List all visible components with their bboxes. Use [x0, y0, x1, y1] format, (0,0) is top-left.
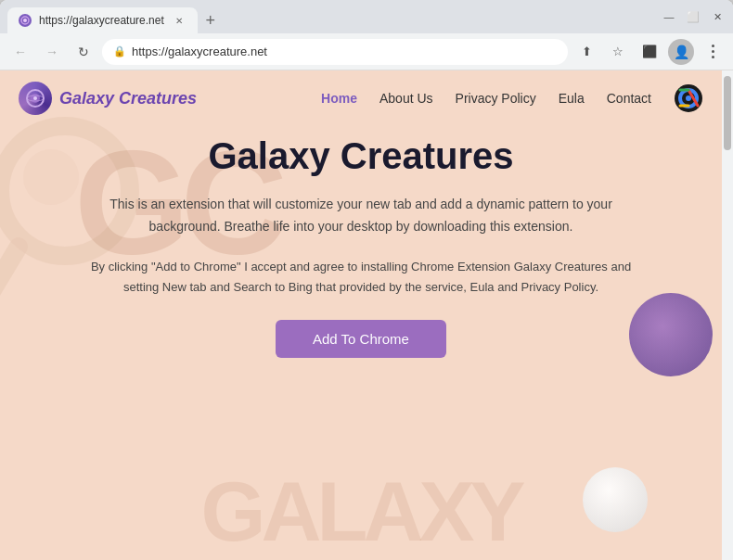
scrollbar-track[interactable]	[722, 70, 733, 560]
logo-text: Galaxy Creatures	[59, 89, 197, 108]
tab-favicon	[19, 14, 32, 27]
nav-links: Home About Us Privacy Policy Eula Contac…	[321, 83, 703, 113]
nav-contact[interactable]: Contact	[607, 91, 651, 106]
url-text: https://galaxycreature.net	[132, 45, 267, 58]
bookmark-button[interactable]: ☆	[605, 39, 631, 65]
title-bar: https://galaxycreature.net ✕ + — ⬜ ✕	[0, 0, 733, 33]
svg-point-1	[23, 19, 27, 22]
hero-title: Galaxy Creatures	[74, 135, 648, 177]
hero-section: Galaxy Creatures This is an extension th…	[0, 126, 722, 376]
hero-description: This is an extension that will customize…	[74, 194, 648, 238]
active-tab[interactable]: https://galaxycreature.net ✕	[7, 7, 198, 33]
site-navigation: Galaxy Creatures Home About Us Privacy P…	[0, 70, 722, 126]
forward-button[interactable]: →	[39, 39, 65, 65]
chrome-icon	[674, 83, 703, 113]
site-logo: Galaxy Creatures	[19, 82, 197, 115]
tab-close-button[interactable]: ✕	[172, 13, 186, 28]
hero-terms: By clicking "Add to Chrome" I accept and…	[74, 257, 648, 298]
tabs-area: https://galaxycreature.net ✕ +	[7, 0, 661, 33]
back-button[interactable]: ←	[7, 39, 33, 65]
profile-button[interactable]: 👤	[668, 39, 694, 65]
content-area: GC GALAXY	[0, 70, 733, 560]
nav-eula[interactable]: Eula	[559, 91, 585, 106]
chrome-menu-button[interactable]	[700, 39, 726, 65]
nav-home[interactable]: Home	[321, 91, 357, 106]
svg-point-12	[686, 95, 691, 101]
svg-point-7	[33, 96, 37, 100]
menu-dot	[712, 50, 714, 53]
window-controls: — ⬜ ✕	[661, 8, 726, 25]
nav-privacy[interactable]: Privacy Policy	[456, 91, 536, 106]
lock-icon: 🔒	[113, 45, 126, 57]
maximize-button[interactable]: ⬜	[685, 8, 701, 25]
add-to-chrome-button[interactable]: Add To Chrome	[276, 320, 446, 358]
website-content: GC GALAXY	[0, 70, 722, 560]
new-tab-button[interactable]: +	[198, 7, 224, 33]
bottom-watermark: GALAXY	[0, 465, 722, 560]
menu-dot	[712, 45, 714, 47]
extension-button[interactable]: ⬛	[637, 39, 662, 65]
url-bar[interactable]: 🔒 https://galaxycreature.net	[102, 39, 568, 65]
logo-icon	[19, 82, 52, 115]
share-button[interactable]: ⬆	[573, 39, 599, 65]
white-circle-decoration	[583, 467, 648, 532]
tab-title: https://galaxycreature.net	[39, 14, 164, 27]
reload-button[interactable]: ↻	[71, 39, 96, 65]
nav-about[interactable]: About Us	[379, 91, 433, 106]
browser-frame: https://galaxycreature.net ✕ + — ⬜ ✕ ← →…	[0, 0, 733, 560]
address-bar: ← → ↻ 🔒 https://galaxycreature.net ⬆ ☆ ⬛…	[0, 33, 733, 70]
scrollbar-thumb[interactable]	[724, 76, 731, 150]
minimize-button[interactable]: —	[661, 8, 677, 25]
close-button[interactable]: ✕	[709, 8, 726, 25]
menu-dot	[712, 56, 714, 58]
